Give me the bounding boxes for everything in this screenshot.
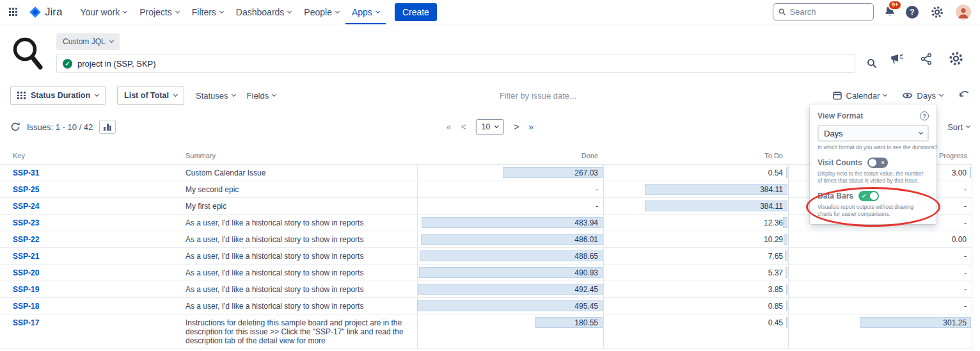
view-format-select[interactable]: Days — [818, 125, 929, 142]
jira-wordmark: Jira — [45, 6, 62, 19]
issue-summary: My second epic — [186, 181, 417, 197]
page-size-select[interactable]: 10 — [476, 119, 504, 135]
duration-cell-done: 490.93 — [417, 265, 603, 281]
notifications-button[interactable]: 9+ — [883, 4, 896, 20]
duration-cell-done: 267.03 — [417, 165, 603, 181]
global-search[interactable] — [773, 3, 874, 20]
issue-key-link[interactable]: SSP-18 — [0, 298, 186, 314]
duration-cell-todo: 10.29 — [603, 231, 788, 247]
top-nav: Jira Your work Projects Filters Dashboar… — [0, 0, 980, 24]
data-bar — [784, 234, 787, 245]
chevron-down-icon — [175, 8, 180, 13]
issue-date-filter-input[interactable] — [500, 91, 608, 101]
visit-counts-toggle[interactable] — [867, 158, 888, 168]
duration-value: 492.45 — [574, 285, 598, 294]
nav-item-dashboards[interactable]: Dashboards — [230, 0, 298, 24]
nav-item-projects[interactable]: Projects — [133, 0, 186, 24]
statuses-dropdown[interactable]: Statuses — [196, 91, 235, 101]
issue-key-link[interactable]: SSP-22 — [0, 231, 186, 247]
chevron-down-icon — [123, 8, 127, 13]
data-bars-label: Data Bars — [818, 192, 853, 200]
nav-item-apps[interactable]: Apps — [345, 0, 386, 24]
sort-dropdown[interactable]: Sort — [947, 122, 970, 132]
issue-key-link[interactable]: SSP-24 — [0, 198, 186, 214]
app-switcher-icon[interactable] — [6, 5, 20, 19]
duration-value: 12.36 — [764, 218, 783, 227]
chevron-down-icon — [287, 8, 292, 13]
duration-cell-inprogress: 301.25 — [788, 314, 972, 348]
chevron-down-icon — [219, 8, 224, 13]
data-bar — [786, 167, 787, 178]
nav-item-your-work[interactable]: Your work — [74, 0, 133, 24]
nav-item-people[interactable]: People — [297, 0, 345, 24]
duration-cell-todo: 5.37 — [603, 265, 788, 281]
avatar[interactable] — [956, 4, 971, 20]
data-bar — [786, 284, 787, 295]
duration-cell-todo: 0.85 — [603, 298, 788, 314]
column-header-summary: Summary — [186, 149, 417, 164]
chevron-down-icon — [109, 38, 114, 43]
table-row: SSP-21As a user, I'd like a historical s… — [0, 248, 972, 265]
issue-key-link[interactable]: SSP-20 — [0, 265, 186, 281]
nav-label: Your work — [80, 7, 120, 17]
app-logo-magnifier-icon — [10, 35, 46, 74]
panel-title: View Format — [818, 111, 863, 120]
calendar-dropdown[interactable]: Calendar — [832, 90, 887, 101]
chart-view-button[interactable] — [99, 120, 116, 134]
duration-value: 267.03 — [574, 168, 598, 177]
create-button[interactable]: Create — [395, 3, 437, 21]
issue-key-link[interactable]: SSP-25 — [0, 181, 186, 197]
announcement-icon[interactable] — [890, 53, 904, 65]
notification-badge: 9+ — [888, 0, 902, 10]
jql-mode-button[interactable]: Custom JQL — [56, 33, 120, 50]
issue-key-link[interactable]: SSP-19 — [0, 281, 186, 297]
data-bars-toggle[interactable] — [858, 191, 879, 201]
duration-value: 384.11 — [760, 185, 783, 194]
jira-logo[interactable]: Jira — [29, 6, 62, 19]
calendar-icon — [832, 90, 842, 101]
days-format-dropdown[interactable]: Days — [902, 90, 943, 101]
query-main: Custom JQL — [56, 33, 880, 73]
duration-value: 495.45 — [574, 302, 598, 311]
list-type-button[interactable]: List of Total — [117, 86, 184, 105]
chevron-down-icon — [919, 130, 923, 135]
panel-help-icon[interactable] — [920, 111, 929, 120]
data-bar — [786, 267, 787, 278]
report-settings-gear-icon[interactable] — [949, 51, 963, 66]
share-icon[interactable] — [921, 53, 932, 65]
issue-key-link[interactable]: SSP-23 — [0, 215, 186, 231]
duration-cell-done: 492.45 — [417, 281, 603, 297]
statuses-label: Statuses — [196, 91, 228, 101]
report-type-button[interactable]: Status Duration — [10, 86, 106, 105]
duration-cell-done: 488.65 — [417, 248, 603, 264]
column-header-done: Done — [417, 149, 603, 164]
person-icon — [956, 4, 971, 20]
last-page-button[interactable]: » — [528, 122, 533, 132]
first-page-button[interactable]: « — [447, 122, 452, 132]
export-icon[interactable] — [958, 90, 970, 101]
chevron-down-icon — [939, 92, 944, 97]
issue-key-link[interactable]: SSP-17 — [0, 314, 186, 348]
header-actions — [890, 51, 970, 66]
issue-key-link[interactable]: SSP-21 — [0, 248, 186, 264]
issue-key-link[interactable]: SSP-31 — [0, 165, 186, 181]
duration-cell-done: 495.45 — [417, 298, 603, 314]
duration-cell-inprogress: - — [788, 281, 972, 297]
data-bar — [785, 250, 787, 261]
run-search-button[interactable] — [864, 56, 880, 71]
prev-page-button[interactable]: < — [461, 122, 466, 132]
jql-input[interactable] — [56, 54, 855, 73]
column-header-todo: To Do — [603, 149, 788, 164]
toggle-knob — [870, 192, 878, 200]
jira-app: Jira Your work Projects Filters Dashboar… — [0, 0, 980, 349]
settings-button[interactable] — [928, 3, 946, 21]
help-button[interactable] — [906, 6, 919, 19]
nav-item-filters[interactable]: Filters — [186, 0, 230, 24]
next-page-button[interactable]: > — [514, 122, 519, 132]
fields-dropdown[interactable]: Fields — [247, 91, 276, 101]
search-input[interactable] — [789, 7, 868, 17]
nav-right-cluster: 9+ — [773, 3, 971, 21]
list-type-label: List of Total — [124, 91, 169, 100]
jql-text-input[interactable] — [77, 59, 849, 69]
refresh-icon[interactable] — [10, 122, 20, 132]
